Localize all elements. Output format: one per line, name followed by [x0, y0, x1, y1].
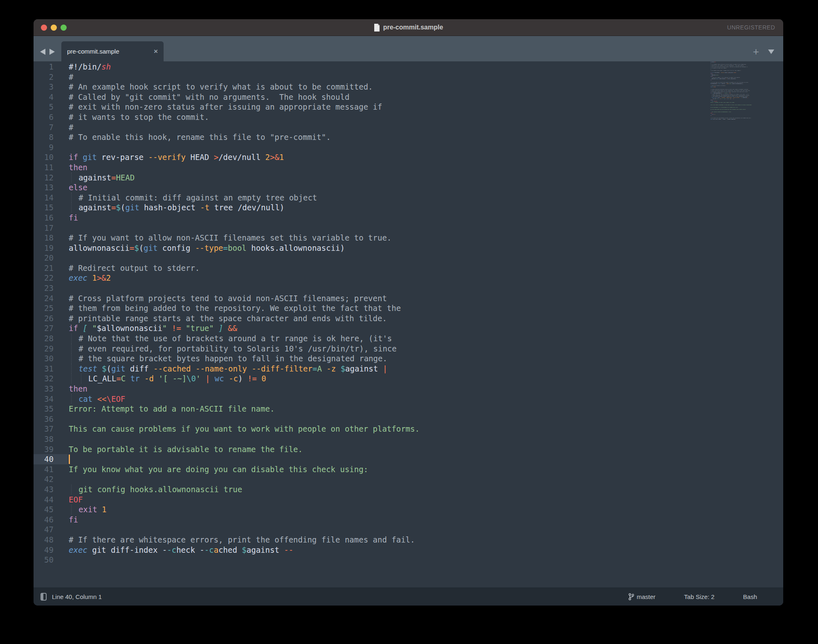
line-text: git config hooks.allownonascii true	[710, 111, 731, 113]
code-line[interactable]: 40	[34, 454, 420, 464]
code-line[interactable]: 49exec git diff-index --check --cached $…	[34, 545, 420, 555]
tab-close-icon[interactable]: ×	[154, 47, 158, 56]
editor-pane[interactable]: 1#!/bin/sh2#3# An example hook script to…	[34, 61, 783, 588]
code-line[interactable]: 2#	[34, 72, 420, 82]
line-text: #!/bin/sh	[710, 61, 715, 63]
line-text: # printable range starts at the space ch…	[68, 313, 387, 324]
line-text: against=$(git hash-object -t tree /dev/n…	[68, 203, 284, 213]
code-line[interactable]: 6# it wants to stop the commit.	[34, 112, 420, 122]
code-line[interactable]: 31test $(git diff --cached --name-only -…	[34, 364, 420, 374]
code-line[interactable]: This can cause problems if you want to w…	[710, 104, 754, 105]
code-line[interactable]: 3# An example hook script to verify what…	[34, 82, 420, 92]
code-line[interactable]: 25# them from being added to the reposit…	[34, 303, 420, 313]
indent-guide	[71, 193, 79, 203]
line-text: cat <<\EOF	[68, 394, 125, 404]
code-line[interactable]: 16fi	[34, 213, 420, 223]
line-number: 24	[34, 293, 68, 304]
git-branch-status[interactable]: master	[629, 593, 656, 600]
line-text: This can cause problems if you want to w…	[710, 104, 752, 105]
code-line[interactable]: 15against=$(git hash-object -t tree /dev…	[34, 203, 420, 213]
code-line[interactable]: 12against=HEAD	[34, 173, 420, 183]
code-line[interactable]: 8# To enable this hook, rename this file…	[34, 132, 420, 142]
syntax-label[interactable]: Bash	[743, 593, 757, 600]
code-line[interactable]: 41If you know what you are doing you can…	[34, 464, 420, 475]
minimap[interactable]: #!/bin/sh## An example hook script to ve…	[710, 61, 755, 151]
code-line[interactable]: 32LC_ALL=C tr -d '[ -~]\0' | wc -c) != 0	[34, 374, 420, 384]
code-line[interactable]: 7#	[34, 122, 420, 133]
code-area[interactable]: 1#!/bin/sh2#3# An example hook script to…	[34, 62, 420, 565]
code-line[interactable]: 14# Initial commit: diff against an empt…	[34, 193, 420, 203]
tab-pre-commit-sample[interactable]: pre-commit.sample ×	[61, 41, 164, 61]
line-text: # To enable this hook, rename this file …	[710, 70, 742, 71]
code-line[interactable]: 26# printable range starts at the space …	[34, 313, 420, 324]
code-line[interactable]: 38	[34, 434, 420, 444]
code-line[interactable]: 9	[34, 142, 420, 153]
code-line[interactable]: 10if git rev-parse --verify HEAD >/dev/n…	[34, 152, 420, 162]
line-text	[68, 474, 69, 484]
nav-forward-icon[interactable]	[49, 49, 55, 55]
line-number: 10	[34, 152, 68, 162]
line-text: if [ "$allownonascii" != "true" ] &&	[68, 323, 237, 333]
code-line[interactable]: 28# Note that the use of brackets around…	[34, 333, 420, 344]
window-title-group: pre-commit.sample	[34, 19, 783, 36]
code-line[interactable]: 36	[34, 414, 420, 424]
line-text: if git rev-parse --verify HEAD >/dev/nul…	[710, 72, 736, 73]
code-line[interactable]: 46fi	[34, 515, 420, 525]
tab-bar: pre-commit.sample × +	[34, 36, 783, 61]
new-tab-button[interactable]: +	[753, 46, 759, 57]
code-line[interactable]: 30# the square bracket bytes happen to f…	[34, 354, 420, 364]
code-line[interactable]: 18# If you want to allow non-ASCII filen…	[34, 233, 420, 243]
code-line[interactable]: 35Error: Attempt to add a non-ASCII file…	[34, 404, 420, 414]
code-line[interactable]: 13else	[34, 182, 420, 193]
code-line[interactable]: 33then	[34, 384, 420, 394]
code-line[interactable]: 21# Redirect output to stderr.	[34, 263, 420, 273]
code-line[interactable]: 19allownonascii=$(git config --type=bool…	[34, 243, 420, 253]
line-text: allownonascii=$(git config --type=bool h…	[68, 243, 345, 253]
line-number: 26	[34, 313, 68, 324]
minimize-window-button[interactable]	[51, 25, 57, 31]
code-line[interactable]: 39To be portable it is advisable to rena…	[34, 444, 420, 455]
code-line[interactable]: 22exec 1>&2	[34, 273, 420, 283]
code-line[interactable]: 29# even required, for portability to So…	[34, 344, 420, 354]
line-text: # To enable this hook, rename this file …	[68, 132, 331, 142]
line-number: 35	[34, 404, 68, 414]
line-number: 39	[34, 444, 68, 455]
tab-list-dropdown-icon[interactable]	[768, 50, 774, 54]
line-number: 50	[34, 555, 68, 565]
code-line[interactable]: 20	[34, 253, 420, 263]
line-text: test $(git diff --cached --name-only --d…	[68, 364, 387, 374]
code-line[interactable]: 42	[34, 474, 420, 484]
zoom-window-button[interactable]	[61, 25, 67, 31]
code-line[interactable]: 24# Cross platform projects tend to avoi…	[34, 293, 420, 304]
code-line[interactable]: 17	[34, 223, 420, 233]
indent-guide	[71, 354, 79, 364]
line-number: 28	[34, 333, 68, 344]
tab-size-label[interactable]: Tab Size: 2	[684, 593, 715, 600]
traffic-lights	[41, 25, 67, 31]
code-line[interactable]: 44EOF	[34, 495, 420, 505]
code-line[interactable]: 4# Called by "git commit" with no argume…	[34, 92, 420, 102]
status-left: Line 40, Column 1	[34, 593, 102, 601]
code-line[interactable]: 45exit 1	[34, 504, 420, 515]
code-line[interactable]: 27if [ "$allownonascii" != "true" ] &&	[34, 323, 420, 333]
code-line[interactable]: 47	[34, 525, 420, 535]
code-line[interactable]: 1#!/bin/sh	[34, 62, 420, 72]
code-line[interactable]: 11then	[34, 162, 420, 173]
code-line[interactable]	[710, 119, 754, 121]
code-line[interactable]: 23	[34, 283, 420, 293]
code-line[interactable]: 5# exit with non-zero status after issui…	[34, 102, 420, 112]
close-window-button[interactable]	[41, 25, 47, 31]
code-line[interactable]: 43git config hooks.allownonascii true	[34, 484, 420, 495]
line-number: 8	[34, 132, 68, 142]
line-number: 36	[34, 414, 68, 424]
code-line[interactable]: 34cat <<\EOF	[34, 394, 420, 404]
line-text: # Note that the use of brackets around a…	[68, 333, 392, 344]
code-line[interactable]: 48# If there are whitespace errors, prin…	[34, 535, 420, 545]
sidebar-toggle-icon[interactable]	[40, 593, 47, 601]
code-line[interactable]: 50	[34, 555, 420, 565]
code-line[interactable]: 37This can cause problems if you want to…	[34, 424, 420, 434]
line-text: EOF	[68, 495, 83, 505]
indent-guide	[71, 504, 79, 515]
nav-back-icon[interactable]	[40, 49, 45, 55]
line-text: # If there are whitespace errors, print …	[68, 535, 415, 545]
